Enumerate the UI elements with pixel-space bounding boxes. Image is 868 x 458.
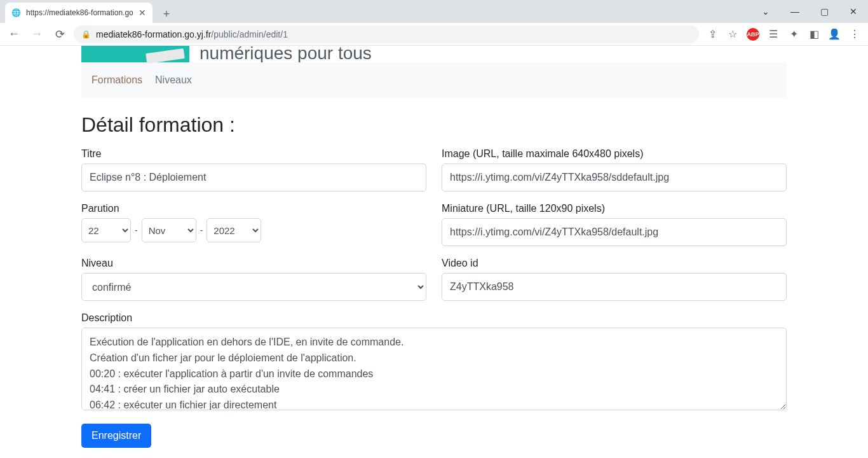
niveau-select[interactable]: confirmé	[81, 273, 426, 301]
star-icon[interactable]: ☆	[724, 26, 741, 43]
tab-title: https://mediatek86-formation.go	[26, 8, 133, 17]
nav-bar: Formations Niveaux	[81, 62, 787, 98]
label-video: Video id	[442, 258, 787, 269]
site-subtitle: numériques pour tous	[189, 46, 372, 62]
abp-icon[interactable]: ABP	[745, 26, 761, 43]
browser-tab[interactable]: 🌐 https://mediatek86-formation.go ✕	[5, 3, 153, 23]
label-titre: Titre	[81, 148, 426, 160]
close-window-icon[interactable]: ✕	[839, 0, 868, 23]
url-text: mediatek86-formation.go.yj.fr/public/adm…	[96, 29, 288, 39]
day-select[interactable]: 22	[81, 218, 131, 242]
share-icon[interactable]: ⇪	[704, 26, 721, 43]
reload-button[interactable]: ⟳	[51, 25, 69, 43]
maximize-icon[interactable]: ▢	[810, 0, 839, 23]
header-banner: numériques pour tous	[81, 46, 787, 62]
dash-2: -	[200, 225, 203, 235]
side-panel-icon[interactable]: ◧	[806, 26, 822, 43]
profile-icon[interactable]: 👤	[826, 26, 843, 43]
video-input[interactable]	[442, 273, 787, 301]
lock-icon: 🔒	[81, 30, 91, 39]
label-niveau: Niveau	[81, 258, 426, 269]
page-title: Détail formation :	[81, 113, 787, 137]
titre-input[interactable]	[81, 163, 426, 191]
dash-1: -	[135, 225, 138, 235]
logo-image	[81, 46, 189, 62]
globe-icon: 🌐	[11, 8, 21, 17]
minimize-icon[interactable]: —	[780, 0, 810, 23]
month-select[interactable]: Nov	[142, 218, 196, 242]
nav-formations[interactable]: Formations	[92, 74, 142, 86]
back-button[interactable]: ←	[5, 25, 23, 43]
label-image: Image (URL, taille maximale 640x480 pixe…	[442, 148, 787, 160]
label-parution: Parution	[81, 203, 426, 214]
description-textarea[interactable]	[81, 328, 787, 410]
miniature-input[interactable]	[442, 218, 787, 246]
extensions-icon[interactable]: ✦	[785, 26, 802, 43]
address-bar[interactable]: 🔒 mediatek86-formation.go.yj.fr/public/a…	[74, 25, 699, 43]
label-miniature: Miniature (URL, taille 120x90 pixels)	[442, 203, 787, 214]
image-input[interactable]	[442, 163, 787, 191]
year-select[interactable]: 2022	[207, 218, 261, 242]
nav-niveaux[interactable]: Niveaux	[155, 74, 192, 86]
label-description: Description	[81, 312, 787, 324]
menu-icon[interactable]: ⋮	[846, 26, 863, 43]
reading-list-icon[interactable]: ☰	[765, 26, 782, 43]
close-tab-icon[interactable]: ✕	[139, 8, 146, 18]
new-tab-button[interactable]: +	[158, 5, 175, 23]
forward-button: →	[28, 25, 46, 43]
save-button[interactable]: Enregistrer	[81, 424, 151, 448]
chevron-down-icon[interactable]: ⌄	[751, 0, 780, 23]
